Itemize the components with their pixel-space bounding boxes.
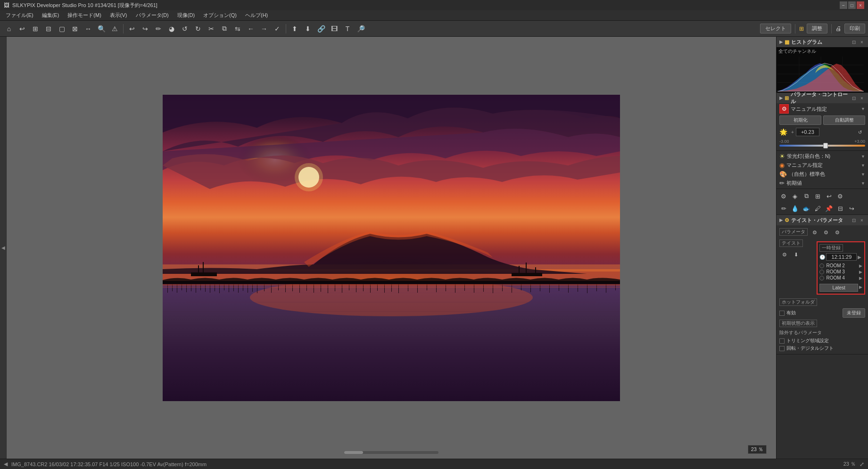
room2-label: ROOM 2	[826, 263, 844, 268]
color-label: マニュアル指定	[786, 162, 859, 169]
histogram-section: ▶ ▦ ヒストグラム ⊡ × 全てのチャンネル	[777, 37, 868, 93]
taste-btn-1[interactable]: ⚙	[779, 249, 790, 260]
tool-rotate-r[interactable]: ↻	[192, 23, 204, 35]
menu-options[interactable]: オプション(Q)	[199, 11, 240, 20]
tool-check[interactable]: ✓	[271, 23, 283, 35]
histogram-icon: ▦	[785, 39, 789, 45]
tool-redo2[interactable]: ↪	[846, 203, 857, 214]
tool-pin[interactable]: 📌	[824, 203, 834, 214]
select-button[interactable]: セレクト	[760, 24, 791, 33]
tool-undo2[interactable]: ↩	[126, 23, 138, 35]
tool-copy2[interactable]: ⧉	[801, 191, 811, 201]
minimize-button[interactable]: −	[840, 1, 847, 9]
tool-undo[interactable]: ↩	[16, 23, 28, 35]
tool-arrows[interactable]: ⇆	[231, 23, 244, 35]
room3-radio[interactable]	[819, 270, 824, 274]
time-display: 🕐 ▶	[819, 253, 862, 261]
print-button[interactable]: 印刷	[844, 24, 865, 33]
param-ctrl-header[interactable]: ▶ ⊞ パラメータ・コントロール ⊡ ×	[777, 93, 868, 103]
taste-close[interactable]: ×	[859, 217, 865, 223]
tool-fish[interactable]: 🐟	[801, 203, 811, 214]
tool-rotate-l[interactable]: ↺	[179, 23, 191, 35]
tool-search[interactable]: 🔎	[355, 23, 367, 35]
file-info: IMG_8743.CR2 16/03/02 17:32:35.07 F14 1/…	[11, 461, 207, 467]
tool-right-arr[interactable]: →	[258, 23, 270, 35]
tool-left-arr[interactable]: ←	[245, 23, 257, 35]
exposure-slider[interactable]	[779, 145, 865, 147]
rotate-checkbox[interactable]	[779, 346, 785, 351]
tool-paste[interactable]: ⊞	[812, 191, 823, 201]
tool-film[interactable]: 🎞	[328, 23, 340, 35]
param-detach[interactable]: ⊡	[851, 95, 857, 101]
room3-label: ROOM 3	[826, 269, 844, 274]
exposure-reset[interactable]: ↺	[855, 127, 865, 137]
room4-radio[interactable]	[819, 276, 824, 280]
gear-button[interactable]: ⚙	[779, 104, 789, 114]
exposure-value[interactable]	[796, 128, 819, 136]
auto-button[interactable]: 自動調整	[823, 115, 865, 125]
tool-crop[interactable]: ✂	[205, 23, 217, 35]
tool-mask[interactable]: ◈	[790, 191, 800, 201]
histogram-header[interactable]: ▶ ▦ ヒストグラム ⊡ ×	[777, 37, 868, 47]
tool-dropper[interactable]: 💧	[790, 203, 800, 214]
tool-warn[interactable]: ⚠	[108, 23, 121, 35]
taste-header[interactable]: ▶ ⚙ テイスト・パラメータ ⊡ ×	[777, 215, 868, 225]
menu-view[interactable]: 表示(V)	[106, 11, 131, 20]
tool-link[interactable]: 🔗	[315, 23, 327, 35]
tool-pen[interactable]: 🖊	[812, 203, 823, 214]
latest-button[interactable]: Latest	[819, 284, 858, 292]
tool-copy3[interactable]: ⊟	[835, 203, 845, 214]
init-button[interactable]: 初期化	[779, 115, 821, 125]
status-left-arrow[interactable]: ◀	[4, 461, 8, 467]
tool-settings[interactable]: ⚙	[778, 191, 789, 201]
tool-copy[interactable]: ⧉	[218, 23, 231, 35]
time-input[interactable]	[826, 253, 857, 261]
menu-edit[interactable]: 編集(E)	[38, 11, 63, 20]
tool-grid[interactable]: ⊞	[29, 23, 41, 35]
unregister-button[interactable]: 未登録	[843, 308, 865, 318]
tool-zoom[interactable]: 🔍	[95, 23, 107, 35]
menu-help[interactable]: ヘルプ(H)	[241, 11, 272, 20]
tool-gear2[interactable]: ⚙	[835, 191, 845, 201]
tool-brush[interactable]: ✏	[152, 23, 165, 35]
params-btn-1[interactable]: ⚙	[810, 227, 820, 238]
tool-frame[interactable]: ▢	[56, 23, 68, 35]
adjust-button[interactable]: 調整	[807, 24, 827, 33]
trim-checkbox[interactable]	[779, 338, 785, 344]
histogram-detach[interactable]: ⊡	[851, 39, 857, 45]
tool-text[interactable]: T	[341, 23, 354, 35]
left-panel-toggle[interactable]: ◀	[0, 37, 7, 459]
tool-split[interactable]: ⊠	[69, 23, 81, 35]
taste-detach[interactable]: ⊡	[851, 217, 857, 223]
tool-undo3[interactable]: ↩	[824, 191, 834, 201]
tool-color[interactable]: ◕	[165, 23, 178, 35]
image-scrollbar[interactable]	[344, 451, 438, 454]
maximize-button[interactable]: □	[848, 1, 856, 9]
params-btn-2[interactable]: ⚙	[821, 227, 831, 238]
menu-develop[interactable]: 現像(D)	[174, 11, 198, 20]
tool-home[interactable]: ⌂	[3, 23, 15, 35]
tool-redo[interactable]: ↪	[139, 23, 151, 35]
room2-radio[interactable]	[819, 263, 824, 268]
tool-fit[interactable]: ↔	[82, 23, 94, 35]
tool-export[interactable]: ⬆	[289, 23, 301, 35]
latest-arrow[interactable]: ▶	[859, 285, 862, 289]
param-close[interactable]: ×	[859, 95, 865, 101]
close-button[interactable]: ×	[857, 1, 864, 9]
tool-brush2[interactable]: ✏	[778, 203, 789, 214]
menu-mode[interactable]: 操作モード(M)	[64, 11, 105, 20]
menu-file[interactable]: ファイル(E)	[2, 11, 37, 20]
enable-checkbox[interactable]	[779, 311, 785, 316]
taste-btn-2[interactable]: ⬇	[791, 249, 801, 260]
params-btn-3[interactable]: ⚙	[832, 227, 843, 238]
histogram-close[interactable]: ×	[859, 39, 865, 45]
room2-arrow[interactable]: ▶	[859, 263, 862, 268]
tool-grid2[interactable]: ⊟	[42, 23, 55, 35]
room3-arrow[interactable]: ▶	[859, 270, 862, 274]
time-forward-arrow[interactable]: ▶	[858, 255, 861, 260]
params-section-label: パラメータ	[779, 228, 808, 236]
tool-export2[interactable]: ⬇	[302, 23, 314, 35]
status-expand-icon[interactable]: ⤢	[860, 461, 864, 468]
room4-arrow[interactable]: ▶	[859, 276, 862, 280]
menu-params[interactable]: パラメータ(D)	[132, 11, 173, 20]
